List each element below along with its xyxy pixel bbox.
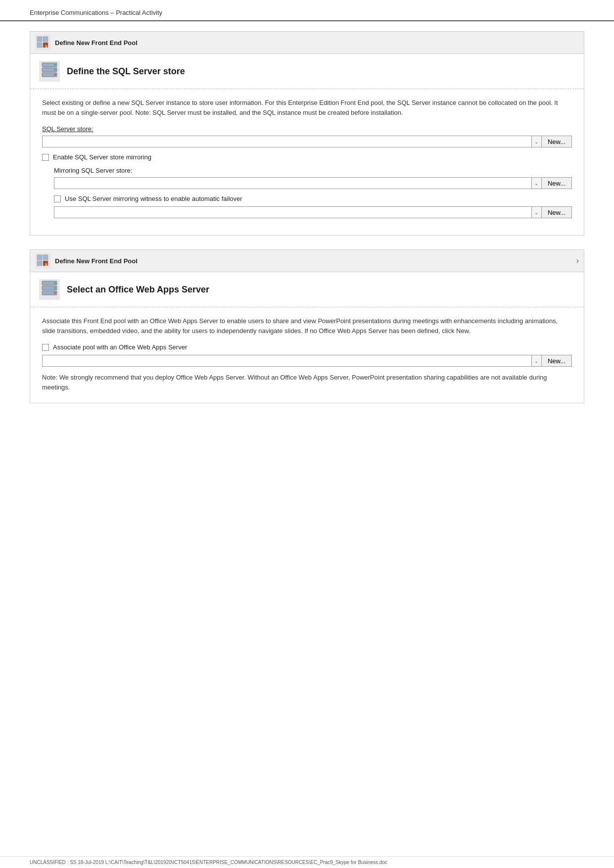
section-title-1: Define the SQL Server store <box>67 66 185 77</box>
office-web-apps-row: ⌄ New... <box>42 355 572 367</box>
mirroring-label: Mirroring SQL Server store: <box>54 167 572 174</box>
svg-point-24 <box>54 287 56 289</box>
mirroring-store-arrow[interactable]: ⌄ <box>531 177 541 189</box>
office-web-apps-arrow[interactable]: ⌄ <box>531 355 541 367</box>
associate-pool-label: Associate pool with an Office Web Apps S… <box>53 343 187 351</box>
svg-point-11 <box>54 69 56 71</box>
svg-point-10 <box>54 64 56 66</box>
svg-rect-15 <box>43 255 48 260</box>
description-1: Select existing or define a new SQL Serv… <box>42 98 572 117</box>
svg-text:S: S <box>45 45 47 48</box>
page-header: Enterprise Communications – Practical Ac… <box>0 0 614 21</box>
svg-rect-1 <box>37 37 42 42</box>
svg-rect-3 <box>37 43 42 48</box>
sql-server-store-dropdown[interactable] <box>42 136 531 147</box>
panel-office-web-apps: S Define New Front End Pool › Select an … <box>30 249 584 403</box>
server-icon-2 <box>39 279 60 300</box>
office-web-apps-dropdown[interactable] <box>42 355 531 367</box>
dialog-body-1: Select existing or define a new SQL Serv… <box>30 89 584 235</box>
office-web-apps-new-button[interactable]: New... <box>541 355 572 367</box>
sql-server-store-label: SQL Server store: <box>42 125 572 133</box>
svg-text:S: S <box>45 263 47 266</box>
svg-point-25 <box>54 292 56 294</box>
enable-mirroring-label: Enable SQL Server store mirroring <box>53 153 151 161</box>
dialog-titlebar-2: S Define New Front End Pool › <box>30 250 584 272</box>
sql-server-store-arrow[interactable]: ⌄ <box>531 136 541 147</box>
svg-point-12 <box>54 74 56 76</box>
witness-label: Use SQL Server mirroring witness to enab… <box>65 195 242 202</box>
svg-rect-16 <box>37 261 42 266</box>
enable-mirroring-checkbox[interactable] <box>42 154 49 161</box>
page-footer: UNCLASSIFIED : SS 18-Jul-2019 L:\CAIT\Te… <box>0 856 614 868</box>
server-icon-1 <box>39 61 60 82</box>
dialog-title-1: Define New Front End Pool <box>55 39 579 47</box>
section-title-2: Select an Office Web Apps Server <box>67 285 209 295</box>
skype-icon-1: S <box>35 35 51 50</box>
mirroring-section: Mirroring SQL Server store: ⌄ New... Use… <box>54 167 572 218</box>
dialog-title-2: Define New Front End Pool <box>55 257 579 265</box>
mirroring-store-row: ⌄ New... <box>54 177 572 189</box>
mirroring-store-new-button[interactable]: New... <box>541 177 572 189</box>
dialog-body-2: Associate this Front End pool with an Of… <box>30 307 584 403</box>
mirroring-store-dropdown[interactable] <box>54 177 531 189</box>
page-title: Enterprise Communications – Practical Ac… <box>30 9 162 16</box>
panel-sql-server: S Define New Front End Pool Define the S… <box>30 31 584 236</box>
witness-store-dropdown[interactable] <box>54 206 531 218</box>
main-content: S Define New Front End Pool Define the S… <box>0 31 614 403</box>
enable-mirroring-row: Enable SQL Server store mirroring <box>42 153 572 161</box>
witness-store-new-button[interactable]: New... <box>541 206 572 218</box>
witness-checkbox[interactable] <box>54 195 61 202</box>
sql-server-store-row: ⌄ New... <box>42 136 572 147</box>
svg-point-23 <box>54 282 56 284</box>
svg-rect-2 <box>43 37 48 42</box>
dialog-titlebar-1: S Define New Front End Pool <box>30 32 584 54</box>
dialog-chevron-2: › <box>576 256 579 265</box>
skype-icon-2: S <box>35 253 51 269</box>
sql-server-store-new-button[interactable]: New... <box>541 136 572 147</box>
section-header-2: Select an Office Web Apps Server <box>30 272 584 307</box>
section-header-1: Define the SQL Server store <box>30 54 584 89</box>
witness-row: Use SQL Server mirroring witness to enab… <box>54 195 572 202</box>
office-web-apps-note: Note: We strongly recommend that you dep… <box>42 373 572 392</box>
associate-pool-checkbox[interactable] <box>42 344 49 351</box>
witness-store-arrow[interactable]: ⌄ <box>531 206 541 218</box>
description-2: Associate this Front End pool with an Of… <box>42 316 572 336</box>
witness-store-row: ⌄ New... <box>54 206 572 218</box>
footer-text: UNCLASSIFIED : SS 18-Jul-2019 L:\CAIT\Te… <box>30 860 387 865</box>
svg-rect-14 <box>37 255 42 260</box>
associate-pool-row: Associate pool with an Office Web Apps S… <box>42 343 572 351</box>
